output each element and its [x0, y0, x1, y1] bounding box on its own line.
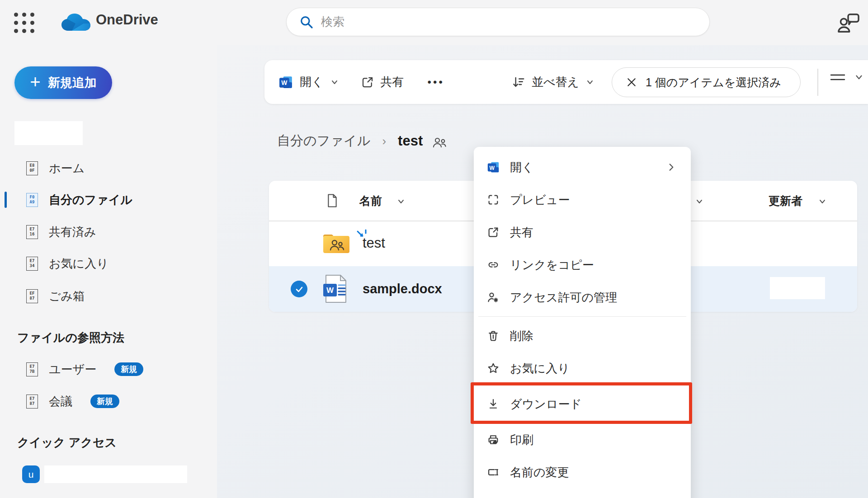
selected-checkmark-icon[interactable] [291, 281, 307, 297]
quick-access-site-avatar[interactable]: u [22, 465, 40, 483]
share-icon [487, 226, 500, 239]
command-toolbar: W 開く 共有 ••• 並べ替え 1 個のアイテムを選択済み [264, 60, 868, 104]
more-commands-button[interactable]: ••• [428, 76, 444, 89]
people-icon: E7 7B [26, 362, 38, 376]
menu-item-manage-access[interactable]: アクセス許可の管理 [474, 281, 691, 314]
chevron-down-icon [330, 78, 339, 87]
meetings-icon: E7 87 [26, 395, 38, 409]
menu-item-share[interactable]: 共有 [474, 216, 691, 249]
sidebar: + 新規追加 E8 0F ホーム F0 A9 自分のファイル E7 16 共有済… [0, 45, 217, 498]
search-bar[interactable] [286, 8, 710, 36]
app-title: OneDrive [96, 12, 158, 28]
onedrive-cloud-logo-icon [60, 13, 92, 33]
menu-item-delete[interactable]: 削除 [474, 319, 691, 352]
menu-item-favorite[interactable]: お気に入り [474, 352, 691, 385]
sidebar-item-recycle-bin[interactable]: EF 87 ごみ箱 [0, 283, 217, 309]
rename-icon [487, 466, 500, 479]
print-icon [487, 433, 500, 446]
search-input[interactable] [321, 15, 683, 29]
document-column-icon [326, 193, 338, 208]
copy-link-icon [487, 258, 500, 271]
top-header: OneDrive [0, 0, 868, 45]
preview-icon [487, 193, 500, 206]
breadcrumb-current-folder: test [398, 133, 423, 149]
redacted-account-name [14, 121, 83, 145]
favorite-star-icon [487, 362, 500, 375]
chevron-down-icon[interactable] [818, 197, 827, 206]
shared-people-icon [432, 136, 447, 149]
context-menu: W 開く プレビュー 共有 [474, 147, 691, 498]
redacted-modified-by [770, 277, 825, 299]
ellipsis-icon: ••• [428, 76, 444, 89]
column-header-modified-by[interactable]: 更新者 [769, 193, 802, 208]
breadcrumb: 自分のファイル › test [277, 132, 447, 150]
sort-icon [512, 75, 525, 89]
menu-item-open[interactable]: W 開く [474, 151, 691, 183]
shared-icon: E7 16 [26, 225, 38, 239]
svg-text:W: W [489, 165, 495, 171]
chevron-down-icon [854, 72, 864, 82]
my-files-icon: F0 A9 [26, 193, 38, 207]
list-view-icon [830, 71, 846, 84]
clear-selection-x-icon[interactable] [627, 77, 637, 87]
word-logo-icon: W [278, 75, 293, 90]
menu-item-rename[interactable]: 名前の変更 [474, 456, 691, 489]
menu-item-download[interactable]: ダウンロード [474, 385, 691, 423]
search-icon [299, 15, 314, 29]
shared-folder-icon [322, 232, 350, 254]
chevron-right-icon [666, 162, 676, 172]
home-icon: E8 0F [26, 161, 38, 175]
new-badge: 新規 [90, 395, 119, 408]
word-document-icon: W [321, 274, 349, 304]
chevron-down-icon[interactable] [396, 197, 406, 206]
menu-item-print[interactable]: 印刷 [474, 423, 691, 456]
recycle-bin-icon: EF 87 [26, 289, 38, 303]
browse-section-title: ファイルの参照方法 [17, 330, 124, 346]
sidebar-item-favorites[interactable]: E7 34 お気に入り [0, 250, 217, 277]
file-name[interactable]: sample.docx [363, 282, 442, 296]
file-name[interactable]: test [363, 235, 385, 251]
hidden-column-chevron-down-icon[interactable] [695, 197, 704, 206]
delete-icon [487, 329, 500, 342]
word-logo-icon: W [486, 160, 500, 174]
breadcrumb-root[interactable]: 自分のファイル [277, 132, 370, 150]
menu-item-move[interactable]: 移動 [474, 489, 691, 498]
sidebar-item-shared[interactable]: E7 16 共有済み [0, 219, 217, 245]
selection-count-pill[interactable]: 1 個のアイテムを選択済み [612, 67, 801, 97]
sidebar-item-meetings[interactable]: E7 87 会議 新規 [0, 388, 217, 414]
view-options-button[interactable] [830, 71, 864, 84]
redacted-quick-access-name [44, 465, 187, 483]
svg-text:W: W [326, 286, 334, 295]
column-header-name[interactable]: 名前 [359, 193, 382, 208]
open-button[interactable]: W 開く [278, 74, 339, 90]
sort-button[interactable]: 並べ替え [512, 74, 594, 90]
manage-access-icon [487, 291, 500, 304]
chevron-down-icon [585, 78, 594, 87]
toolbar-divider [817, 69, 818, 96]
share-icon [361, 75, 374, 89]
new-badge: 新規 [114, 362, 143, 376]
menu-item-preview[interactable]: プレビュー [474, 183, 691, 216]
app-launcher-waffle-icon[interactable] [12, 10, 36, 35]
menu-divider [474, 314, 691, 319]
svg-text:W: W [281, 79, 288, 86]
quick-access-section-title: クイック アクセス [17, 435, 117, 451]
plus-icon: + [30, 73, 40, 91]
sidebar-item-home[interactable]: E8 0F ホーム [0, 155, 217, 181]
share-button[interactable]: 共有 [361, 74, 404, 90]
breadcrumb-separator: › [382, 134, 386, 148]
feedback-person-chat-icon[interactable] [835, 13, 862, 34]
download-icon [487, 398, 500, 410]
sidebar-item-people[interactable]: E7 7B ユーザー 新規 [0, 356, 217, 382]
add-new-button[interactable]: + 新規追加 [14, 66, 112, 99]
sidebar-item-my-files[interactable]: F0 A9 自分のファイル [0, 187, 217, 213]
favorites-icon: E7 34 [26, 257, 38, 271]
menu-item-copy-link[interactable]: リンクをコピー [474, 249, 691, 281]
